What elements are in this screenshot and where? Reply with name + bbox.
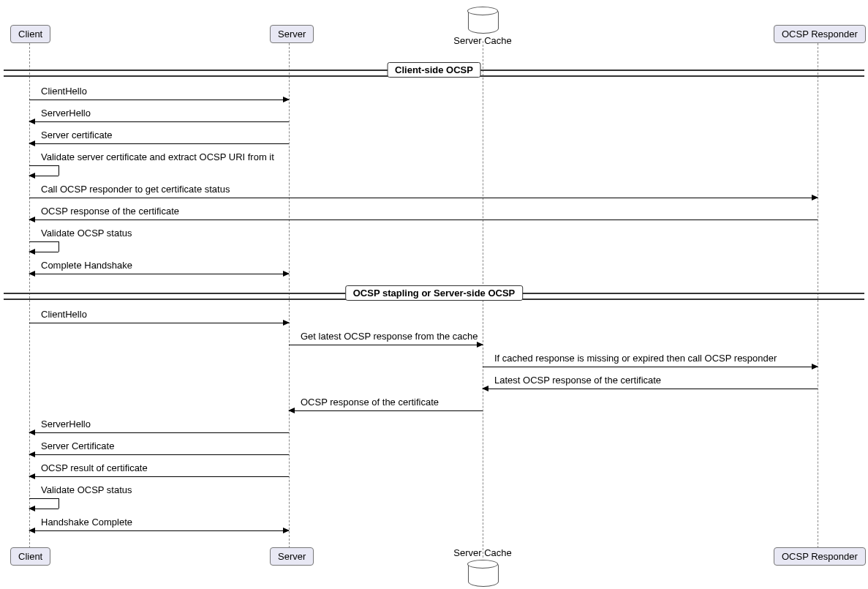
divider-label: OCSP stapling or Server-side OCSP [345,285,524,301]
divider-client-side: Client-side OCSP [4,70,864,77]
participant-client-bottom: Client [10,547,50,566]
database-icon [468,7,497,32]
participant-cache-top: Server Cache [431,35,534,46]
participant-responder-top: OCSP Responder [774,25,866,43]
participant-cache-bottom: Server Cache [431,547,534,558]
msg-latest-response: Latest OCSP response of the certificate [483,375,818,393]
msg-server-cert-2: Server Certificate [29,441,289,459]
msg-serverhello-1: ServerHello [29,108,289,126]
msg-server-cert: Server certificate [29,130,289,148]
arrowhead-icon [29,271,35,277]
divider-stapling: OCSP stapling or Server-side OCSP [4,293,864,300]
msg-get-cache: Get latest OCSP response from the cache [289,331,483,349]
participant-client-top: Client [10,25,50,43]
msg-ocsp-response-2: OCSP response of the certificate [289,397,483,415]
msg-complete-handshake: Complete Handshake [29,260,289,278]
msg-clienthello-1: ClientHello [29,86,289,104]
msg-serverhello-2: ServerHello [29,419,289,437]
msg-ocsp-result: OCSP result of certificate [29,463,289,481]
database-icon [468,560,497,585]
sequence-diagram: Client Server OCSP Responder Server Cach… [0,0,868,589]
msg-call-ocsp: Call OCSP responder to get certificate s… [29,184,818,202]
msg-handshake-complete: Handshake Complete [29,517,289,535]
msg-ocsp-response-1: OCSP response of the certificate [29,206,818,224]
divider-label: Client-side OCSP [387,62,481,78]
msg-clienthello-2: ClientHello [29,309,289,327]
participant-server-top: Server [270,25,314,43]
participant-server-bottom: Server [270,547,314,566]
msg-cache-miss: If cached response is missing or expired… [483,353,818,371]
participant-responder-bottom: OCSP Responder [774,547,866,566]
arrowhead-icon [29,528,35,533]
